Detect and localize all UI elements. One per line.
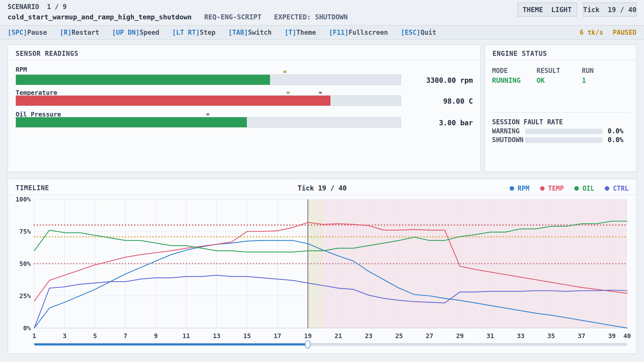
toolbar-item-pause[interactable]: [SPC]Pause [8,29,47,36]
x-axis-label: 3 [63,332,66,340]
toolbar-status: 6 tk/s PAUSED [580,29,636,36]
scenario-row: cold_start_warmup_and_ramp_high_temp_shu… [8,13,348,21]
divider [485,60,636,60]
x-axis-label: 11 [182,332,190,340]
x-axis-label: 15 [243,332,251,340]
gauge-value: 98.00 C [443,97,473,105]
scenario-counter: SCENARIO 1 / 9 [8,3,67,11]
stat-value-result: OK [537,76,545,84]
key-hint: [ESC] [401,29,420,36]
theme-toggle-button[interactable]: THEME LIGHT [517,3,577,17]
key-hint: [TAB] [228,29,248,36]
x-axis-label: 37 [578,332,585,340]
key-hint: [LT RT] [172,29,200,36]
stat-label-result: RESULT [537,67,560,74]
engine-status-panel: ENGINE STATUS MODERUNNINGRESULTOKRUN1 SE… [484,44,637,172]
paused-badge: PAUSED [613,29,636,36]
toolbar-item-restart[interactable]: [R]Restart [60,29,99,36]
toolbar-item-switch[interactable]: [TAB]Switch [228,29,272,36]
x-axis-label: 39 [608,332,616,340]
key-hint: [F11] [329,29,349,36]
x-axis-label: 25 [395,332,403,340]
fault-label-warning: WARNING [492,127,520,135]
x-axis-label: 35 [547,332,555,340]
gauge-value: 3300.00 rpm [426,76,473,85]
x-axis-label: 19 [304,332,312,340]
y-axis-label: 25% [19,292,31,300]
gauge-fill [16,75,270,85]
x-axis-label: 21 [334,332,342,340]
x-axis-label: 23 [365,332,372,340]
y-axis-label: 50% [19,260,31,267]
x-axis-label: 7 [124,332,127,340]
x-axis-label: 27 [426,332,433,340]
key-hint: [R] [60,29,72,36]
toolbar-item-speed[interactable]: [UP DN]Speed [112,29,159,36]
fault-label-shutdown: SHUTDOWN [492,136,523,144]
gauge-value: 3.00 bar [439,119,473,127]
y-axis-label: 0% [23,325,31,332]
expected-result-label: EXPECTED: SHUTDOWN [274,13,348,21]
sensor-panel-title: SENSOR READINGS [16,50,79,57]
key-hint: [UP DN] [112,29,140,36]
threshold-marker [283,71,286,73]
y-axis-label: 100% [16,196,31,203]
divider [8,60,480,60]
x-axis-label: 1 [32,332,36,340]
script-tag: REQ-ENG-SCRIPT [204,13,262,21]
toolbar-item-theme[interactable]: [T]Theme [284,29,316,36]
timeline-slider-fill [34,343,308,345]
x-axis-label: 33 [517,332,524,340]
threshold-marker [319,92,322,94]
toolbar-item-quit[interactable]: [ESC]Quit [401,29,436,36]
gauge-track [16,95,401,106]
gauge-track [16,74,401,85]
x-axis-label: 29 [456,332,464,340]
gauge-label-rpm: RPM [16,66,27,73]
sensor-readings-panel: SENSOR READINGS RPM3300.00 rpmTemperatur… [8,44,481,172]
fault-bar-track [525,129,602,134]
toolbar-item-fullscreen[interactable]: [F11]Fullscreen [329,29,388,36]
fault-rate-title: SESSION FAULT RATE [492,118,563,126]
key-hint: [T] [284,29,296,36]
threshold-marker [206,113,209,115]
key-hint: [SPC] [8,29,27,36]
fault-bar-track [525,138,602,143]
stat-value-mode: RUNNING [492,76,521,84]
timeline-panel: TIMELINE Tick 19 / 40 RPMTEMPOILCTRL 0%2… [8,179,637,354]
gauge-track [16,117,401,128]
gauge-fill [16,96,330,106]
x-axis-label: 40 [623,332,631,340]
x-axis-label: 13 [213,332,220,340]
x-axis-label: 5 [93,332,97,340]
scenario-name: cold_start_warmup_and_ramp_high_temp_shu… [8,13,192,21]
tick-rate-label: 6 tk/s [580,29,603,36]
x-axis-label: 17 [274,332,281,340]
toolbar-item-step[interactable]: [LT RT]Step [172,29,215,36]
divider [492,112,629,113]
fault-pct: 0.0% [593,136,623,144]
timeline-slider-track[interactable] [34,343,627,346]
stat-label-mode: MODE [492,67,508,74]
timeline-chart: 0%25%50%75%100%1357911131517192123252729… [8,179,636,353]
stat-value-run: 1 [582,76,586,84]
keyboard-toolbar: [SPC]Pause[R]Restart[UP DN]Speed[LT RT]S… [0,25,644,40]
tick-counter-display: Tick 19 / 40 [583,3,637,17]
threshold-marker [287,92,290,94]
x-axis-label: 9 [154,332,158,340]
engine-panel-title: ENGINE STATUS [493,50,547,57]
stat-label-run: RUN [582,67,594,74]
fault-pct: 0.0% [593,127,623,135]
x-axis-label: 31 [486,332,494,340]
y-axis-label: 75% [19,228,31,235]
gauge-fill [16,117,247,127]
